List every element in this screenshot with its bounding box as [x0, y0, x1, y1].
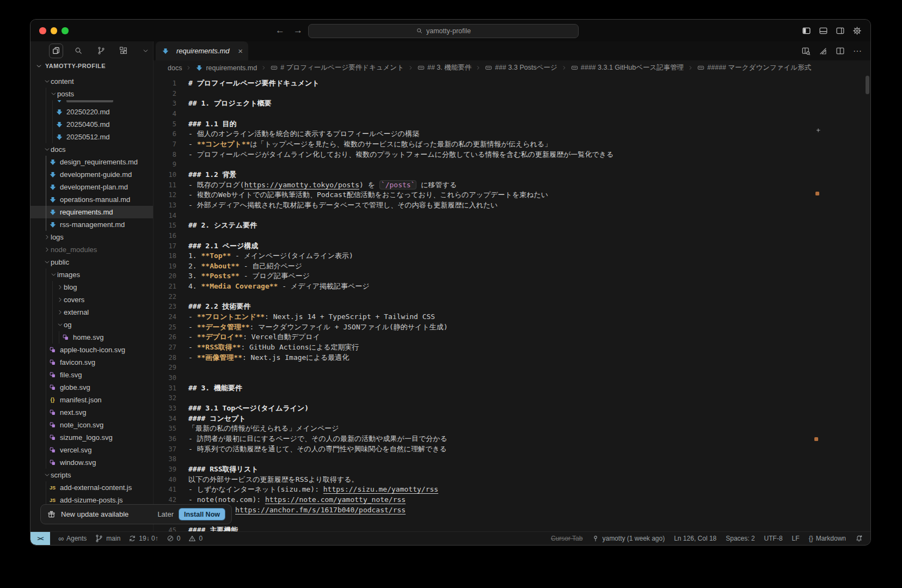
code-line[interactable]: 26- **デプロイ**: Vercel自動デプロイ: [154, 332, 870, 342]
close-window-button[interactable]: [39, 27, 46, 34]
code-line[interactable]: 6- 個人のオンライン活動を統合的に表示するプロフィールページの構築: [154, 129, 870, 139]
open-preview-side-icon[interactable]: [801, 46, 811, 56]
code-line[interactable]: 5### 1.1 目的: [154, 119, 870, 130]
tree-file-note-icon-svg[interactable]: note_icon.svg: [30, 419, 153, 431]
code-line[interactable]: 10### 1.2 背景: [154, 170, 870, 180]
source-control-icon[interactable]: [94, 44, 108, 58]
tree-file-development-plan-md[interactable]: development-plan.md: [30, 181, 153, 193]
tree-folder-blog[interactable]: blog: [30, 281, 153, 293]
toggle-secondary-sidebar-icon[interactable]: [836, 26, 845, 35]
tree-folder-content[interactable]: content: [30, 75, 153, 88]
code-line[interactable]: 11- 既存のブログ(https://yamotty.tokyo/posts) …: [154, 180, 870, 191]
code-line[interactable]: 4: [154, 109, 870, 119]
code-line[interactable]: 45#### 主要機能: [154, 525, 870, 531]
extensions-icon[interactable]: [116, 44, 131, 58]
status-cursor-position[interactable]: Ln 126, Col 18: [674, 535, 716, 542]
status-language[interactable]: {}Markdown: [809, 535, 846, 542]
code-line[interactable]: 192. **About** - 自己紹介ページ: [154, 261, 870, 272]
breadcrumb-item[interactable]: docs: [168, 64, 182, 72]
tree-file-sizume-logo-svg[interactable]: sizume_logo.svg: [30, 431, 153, 444]
tree-folder-images[interactable]: images: [30, 268, 153, 281]
code-line[interactable]: 43- Podcast: https://anchor.fm/s/1617b04…: [154, 505, 870, 516]
tree-file-vercel-svg[interactable]: vercel.svg: [30, 444, 153, 456]
toggle-panel-icon[interactable]: [819, 26, 828, 35]
tree-file-20250512-md[interactable]: 20250512.md: [30, 131, 153, 143]
breadcrumb-item[interactable]: ### 3.3 Postsページ: [485, 63, 557, 72]
code-line[interactable]: 33### 3.1 Topページ(タイムライン): [154, 403, 870, 414]
code-line[interactable]: 27- **RSS取得**: GitHub Actionsによる定期実行: [154, 342, 870, 353]
editor-scrollbar[interactable]: [866, 76, 869, 94]
status-encoding[interactable]: UTF-8: [764, 535, 783, 542]
tab-requirements-md[interactable]: requirements.md ×: [156, 41, 248, 60]
code-line[interactable]: 12- 複数のWebサイトでの記事執筆活動、Podcast配信活動をおこなってお…: [154, 190, 870, 200]
explorer-section-header[interactable]: YAMOTTY-PROFILE: [30, 60, 153, 72]
close-tab-icon[interactable]: ×: [238, 46, 243, 56]
code-line[interactable]: 14: [154, 211, 870, 221]
code-line[interactable]: 9: [154, 160, 870, 170]
command-center-search[interactable]: yamotty-profile: [308, 24, 579, 38]
code-line[interactable]: 41- しずかなインターネット(sizu.me): https://sizu.m…: [154, 485, 870, 495]
chevron-down-icon[interactable]: [139, 44, 153, 58]
status-agents[interactable]: ∞Agents: [58, 535, 87, 542]
status-indentation[interactable]: Spaces: 2: [726, 535, 754, 542]
code-line[interactable]: 24- **フロントエンド**: Next.js 14 + TypeScript…: [154, 312, 870, 322]
tree-folder-posts[interactable]: posts: [30, 88, 153, 100]
status-warnings[interactable]: 0: [188, 535, 203, 542]
remote-indicator-button[interactable]: ><: [30, 532, 50, 545]
split-editor-icon[interactable]: [836, 46, 845, 56]
code-line[interactable]: 38: [154, 454, 870, 464]
clipped-file-row[interactable]: [30, 100, 153, 106]
tree-folder-covers[interactable]: covers: [30, 293, 153, 306]
tree-folder-docs[interactable]: docs: [30, 143, 153, 156]
tree-file-favicon-svg[interactable]: favicon.svg: [30, 356, 153, 369]
code-line[interactable]: 23### 2.2 技術要件: [154, 302, 870, 312]
code-line[interactable]: 36- 訪問者が最初に目にするページで、その人の最新の活動や成果が一目で分かる: [154, 434, 870, 444]
search-icon[interactable]: [71, 44, 85, 58]
tree-folder-logs[interactable]: logs: [30, 231, 153, 243]
tree-folder-node-modules[interactable]: node_modules: [30, 243, 153, 256]
code-line[interactable]: 214. **Media Coverage** - メディア掲載記事ページ: [154, 281, 870, 292]
tree-file-apple-touch-icon-svg[interactable]: apple-touch-icon.svg: [30, 344, 153, 356]
code-line[interactable]: 35「最新の私の情報が伝えられる」メインページ: [154, 424, 870, 434]
code-line[interactable]: 8- プロフィールページがタイムライン化しており、複数のプラットフォームに分散し…: [154, 150, 870, 160]
tree-folder-og[interactable]: og: [30, 318, 153, 331]
tree-file-manifest-json[interactable]: {}manifest.json: [30, 394, 153, 406]
breadcrumb-item[interactable]: requirements.md: [195, 64, 257, 72]
code-line[interactable]: 3## 1. プロジェクト概要: [154, 99, 870, 109]
tree-file-rss-management-md[interactable]: rss-management.md: [30, 218, 153, 231]
tree-file-file-svg[interactable]: file.svg: [30, 369, 153, 381]
tree-file-development-guide-md[interactable]: development-guide.md: [30, 168, 153, 181]
tree-file-next-svg[interactable]: next.svg: [30, 406, 153, 419]
code-line[interactable]: 16: [154, 231, 870, 241]
tree-file-20250220-md[interactable]: 20250220.md: [30, 106, 153, 118]
code-line[interactable]: 1# プロフィールページ要件ドキュメント: [154, 78, 870, 89]
toggle-primary-sidebar-icon[interactable]: [802, 26, 811, 35]
more-actions-icon[interactable]: ···: [853, 46, 862, 56]
status-errors[interactable]: 0: [167, 535, 181, 542]
code-line[interactable]: 28- **画像管理**: Next.js Imageによる最適化: [154, 353, 870, 363]
code-line[interactable]: 29: [154, 363, 870, 373]
code-line[interactable]: 42- note(note.com): https://note.com/yam…: [154, 495, 870, 505]
breadcrumb-item[interactable]: # プロフィールページ要件ドキュメント: [271, 63, 404, 72]
status-branch[interactable]: main: [95, 534, 120, 543]
code-line[interactable]: 39#### RSS取得リスト: [154, 464, 870, 475]
tree-file-requirements-md[interactable]: requirements.md: [30, 206, 153, 218]
code-line[interactable]: 25- **データ管理**: マークダウンファイル + JSONファイル(静的サ…: [154, 322, 870, 333]
breadcrumb-item[interactable]: ## 3. 機能要件: [418, 63, 471, 72]
breadcrumb-item[interactable]: #### 3.3.1 GitHubベース記事管理: [571, 63, 684, 72]
status-notifications-bell[interactable]: [855, 535, 863, 542]
tree-folder-public[interactable]: public: [30, 256, 153, 268]
tree-file-home-svg[interactable]: home.svg: [30, 331, 153, 344]
code-line[interactable]: 181. **Top** - メインページ(タイムライン表示): [154, 251, 870, 261]
settings-gear-icon[interactable]: [852, 26, 862, 35]
code-line[interactable]: 15## 2. システム要件: [154, 220, 870, 231]
tree-folder-external[interactable]: external: [30, 306, 153, 318]
code-line[interactable]: 44: [154, 515, 870, 525]
status-cursor-tab[interactable]: Cursor Tab: [551, 535, 582, 542]
tree-file-operations-manual-md[interactable]: operations-manual.md: [30, 193, 153, 206]
code-line[interactable]: 7- **コンセプト**は「トップページを見たら、複数のサービスに散らばった最新…: [154, 139, 870, 150]
code-line[interactable]: 34#### コンセプト: [154, 414, 870, 424]
code-line[interactable]: 40以下の外部サービスの更新履歴をRSSより取得する。: [154, 475, 870, 485]
code-line[interactable]: 22: [154, 292, 870, 302]
explorer-icon[interactable]: [49, 44, 63, 58]
